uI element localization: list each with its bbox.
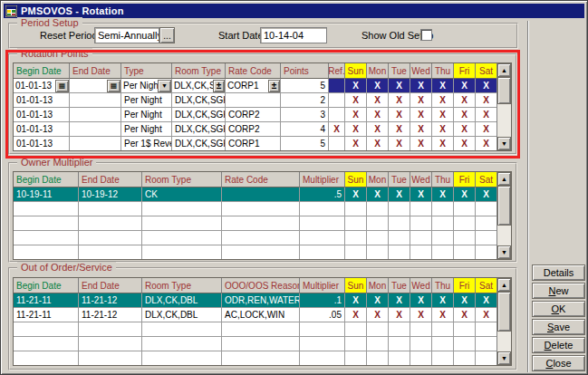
rotation-scrollbar[interactable]: ▲▼ <box>496 63 511 150</box>
ref-cell[interactable]: X <box>329 122 345 137</box>
out-of-order-begin-date-cell[interactable]: 11-21-11 <box>14 308 79 322</box>
day-cell[interactable]: X <box>367 308 389 322</box>
new-button[interactable]: New <box>532 283 585 299</box>
type-cell[interactable]: Per Night <box>121 93 172 108</box>
ref-cell[interactable] <box>329 137 345 151</box>
begin-date-calendar-button[interactable]: ▦ <box>55 80 69 92</box>
begin-date-cell[interactable]: 01-01-13 <box>14 108 70 122</box>
day-cell[interactable]: X <box>432 293 454 308</box>
day-cell[interactable]: X <box>454 108 476 122</box>
room-type-cell[interactable]: DLX,CK,SGK,KC <box>172 122 226 137</box>
day-cell[interactable]: X <box>432 122 454 137</box>
day-cell[interactable]: X <box>476 122 497 137</box>
day-cell[interactable]: X <box>410 79 432 93</box>
day-cell[interactable]: X <box>389 122 410 137</box>
start-date-field[interactable]: 10-14-04 <box>260 27 327 43</box>
day-cell[interactable]: X <box>454 293 476 308</box>
day-cell[interactable]: X <box>476 308 497 322</box>
out-of-order-scroll-up-button[interactable]: ▲ <box>497 278 511 292</box>
out-of-order-scroll-thumb[interactable] <box>497 292 511 332</box>
day-cell[interactable]: X <box>432 188 454 202</box>
points-cell[interactable]: 2 <box>281 93 329 108</box>
delete-button[interactable]: Delete <box>532 337 585 353</box>
day-cell[interactable]: X <box>345 108 367 122</box>
day-cell[interactable]: X <box>432 108 454 122</box>
day-cell[interactable]: X <box>345 308 367 322</box>
owner-multiplier-scrollbar[interactable]: ▲▼ <box>496 172 511 259</box>
out-of-order-scroll-down-button[interactable]: ▼ <box>497 351 511 365</box>
day-cell[interactable]: X <box>432 79 454 93</box>
ref-cell[interactable] <box>329 108 345 122</box>
save-button[interactable]: Save <box>532 319 585 335</box>
day-cell[interactable]: X <box>454 137 476 151</box>
day-cell[interactable]: X <box>454 188 476 202</box>
day-cell[interactable]: X <box>345 79 367 93</box>
rate-code-lov-button[interactable]: ± <box>268 80 280 92</box>
day-cell[interactable]: X <box>367 93 389 108</box>
close-button[interactable]: Close <box>532 355 585 371</box>
details-button[interactable]: Details <box>532 264 585 281</box>
day-cell[interactable]: X <box>345 293 367 308</box>
day-cell[interactable]: X <box>345 122 367 137</box>
day-cell[interactable]: X <box>432 137 454 151</box>
day-cell[interactable]: X <box>410 122 432 137</box>
owner-multiplier-scroll-down-button[interactable]: ▼ <box>497 245 511 259</box>
end-date-cell[interactable]: ▦ <box>70 79 121 93</box>
day-cell[interactable]: X <box>476 293 497 308</box>
rate-code-cell[interactable]: CORP1± <box>226 79 281 93</box>
day-cell[interactable]: X <box>389 137 410 151</box>
owner-multiplier-room-type-cell[interactable]: CK <box>142 188 222 202</box>
type-combo-value[interactable]: Per Night <box>121 81 158 91</box>
day-cell[interactable]: X <box>367 122 389 137</box>
type-cell[interactable]: Per Night <box>121 122 172 137</box>
day-cell[interactable]: X <box>454 79 476 93</box>
rate-code-input[interactable]: CORP1 <box>226 81 268 91</box>
out-of-order-end-date-cell[interactable]: 11-21-12 <box>79 293 142 308</box>
room-type-cell[interactable]: DLX,CK,SGK,KC <box>172 137 226 151</box>
day-cell[interactable]: X <box>389 293 410 308</box>
begin-date-cell[interactable]: 01-01-13▦ <box>14 79 70 93</box>
day-cell[interactable]: X <box>367 108 389 122</box>
room-type-cell[interactable]: DLX,CK,SGL± <box>172 79 226 93</box>
end-date-cell[interactable] <box>70 93 121 108</box>
points-cell[interactable]: 4 <box>281 122 329 137</box>
begin-date-cell[interactable]: 01-01-13 <box>14 122 70 137</box>
out-of-order-room-type-cell[interactable]: DLX,CK,DBL <box>142 308 222 322</box>
type-cell[interactable]: Per Night <box>121 108 172 122</box>
day-cell[interactable]: X <box>410 188 432 202</box>
room-type-cell[interactable]: DLX,CK,SGK,KC <box>172 93 226 108</box>
type-cell[interactable]: Per 1$ Revenu <box>121 137 172 151</box>
day-cell[interactable]: X <box>454 93 476 108</box>
owner-multiplier-rate-code-cell[interactable] <box>222 188 300 202</box>
day-cell[interactable]: X <box>367 137 389 151</box>
out-of-order-reason-cell[interactable]: ODR,REN,WATER <box>222 293 300 308</box>
rate-code-cell[interactable]: CORP2 <box>226 122 281 137</box>
out-of-order-end-date-cell[interactable]: 11-21-12 <box>79 308 142 322</box>
show-old-setup-checkbox[interactable] <box>420 29 432 41</box>
room-type-input[interactable]: DLX,CK,SGL <box>172 81 213 91</box>
type-combo[interactable]: Per Night▼ <box>121 79 172 93</box>
owner-multiplier-begin-date-cell[interactable]: 10-19-11 <box>14 188 79 202</box>
reset-period-browse-button[interactable]: ... <box>159 27 175 43</box>
day-cell[interactable]: X <box>389 93 410 108</box>
titlebar[interactable]: PMSOVOS - Rotation <box>4 4 584 18</box>
day-cell[interactable]: X <box>345 188 367 202</box>
owner-multiplier-end-date-cell[interactable]: 10-19-12 <box>79 188 142 202</box>
day-cell[interactable]: X <box>432 308 454 322</box>
owner-multiplier-multiplier-cell[interactable]: .5 <box>300 188 345 202</box>
rate-code-cell[interactable]: CORP1 <box>226 137 281 151</box>
day-cell[interactable]: X <box>476 108 497 122</box>
begin-date-input[interactable]: 01-01-13 <box>14 81 55 91</box>
day-cell[interactable]: X <box>389 188 410 202</box>
out-of-order-multiplier-cell[interactable]: .05 <box>300 308 345 322</box>
day-cell[interactable]: X <box>410 293 432 308</box>
day-cell[interactable]: X <box>432 93 454 108</box>
begin-date-cell[interactable]: 01-01-13 <box>14 93 70 108</box>
out-of-order-multiplier-cell[interactable]: .1 <box>300 293 345 308</box>
end-date-calendar-button[interactable]: ▦ <box>107 80 120 92</box>
day-cell[interactable]: X <box>454 308 476 322</box>
type-combo-arrow-button[interactable]: ▼ <box>158 80 171 92</box>
end-date-cell[interactable] <box>70 122 121 137</box>
day-cell[interactable]: X <box>367 79 389 93</box>
day-cell[interactable]: X <box>367 293 389 308</box>
